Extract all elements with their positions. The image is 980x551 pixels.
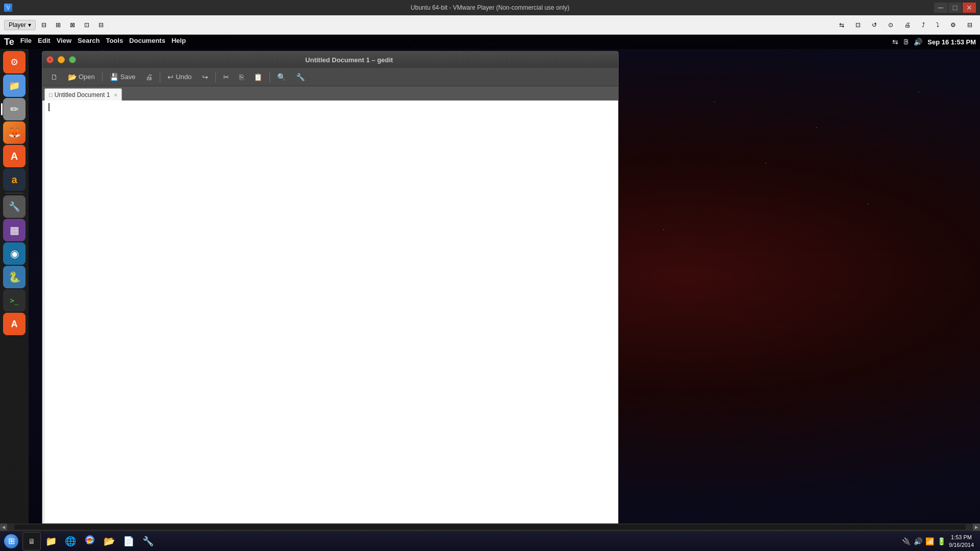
- vmware-tool-right8[interactable]: ⚙: [947, 18, 960, 32]
- menu-item-documents[interactable]: Documents: [129, 37, 165, 47]
- gedit-paste-button[interactable]: 📋: [250, 70, 266, 84]
- menu-item-tools[interactable]: Tools: [106, 37, 123, 47]
- vmware-tool-right7[interactable]: ⤵: [933, 18, 943, 32]
- copy-icon: ⎘: [239, 73, 243, 81]
- gedit-copy-button[interactable]: ⎘: [235, 70, 248, 84]
- vmware-player-dropdown[interactable]: Player ▾: [4, 20, 36, 30]
- terminal-icon: >_: [10, 296, 19, 305]
- explorer-icon: 📁: [45, 536, 57, 547]
- gedit-print-button[interactable]: 🖨: [141, 70, 157, 84]
- amazon-icon: a: [11, 174, 17, 186]
- gedit-cut-button[interactable]: ✂: [219, 70, 233, 84]
- scrollbar-right-button[interactable]: ▶: [973, 523, 980, 531]
- vmware-minimize-button[interactable]: ─: [934, 3, 947, 13]
- vmware-tool-right1[interactable]: ⇆: [836, 18, 848, 32]
- gedit-open-button[interactable]: 📂 Open: [64, 70, 99, 84]
- gedit-minimize-button[interactable]: [58, 56, 65, 63]
- bluetooth-icon[interactable]: 𝔹: [903, 38, 909, 46]
- vmware-tool-icon5[interactable]: ⊟: [95, 18, 107, 32]
- vmware-tool-right6[interactable]: ⤴: [918, 18, 928, 32]
- menu-item-file[interactable]: File: [20, 37, 32, 47]
- taskbar-browser-icon[interactable]: 🌐: [61, 532, 80, 550]
- taskbar-chrome-icon[interactable]: [81, 532, 99, 550]
- vmware-tool-right3[interactable]: ↺: [868, 18, 880, 32]
- taskbar-app-icon[interactable]: 🔧: [139, 532, 157, 550]
- menu-item-te[interactable]: Te: [4, 37, 14, 47]
- launcher-icon-firefox[interactable]: 🦊: [3, 121, 26, 144]
- scrollbar-track[interactable]: [14, 524, 966, 530]
- vmware-toolbar: Player ▾ ⊟ ⊞ ⊠ ⊡ ⊟ ⇆ ⊡ ↺ ⊙ 🖨 ⤴ ⤵ ⚙ ⊟: [0, 15, 980, 35]
- vmware-tool-right5[interactable]: 🖨: [901, 18, 914, 32]
- gedit-close-button[interactable]: ×: [46, 56, 54, 63]
- gedit-tab-1[interactable]: □ Untitled Document 1 ×: [44, 88, 122, 101]
- launcher-icon-python[interactable]: 🐍: [3, 266, 26, 288]
- vmware-close-button[interactable]: ✕: [963, 3, 976, 13]
- gedit-find-button[interactable]: 🔍: [273, 70, 290, 84]
- launcher-icon-terminal[interactable]: >_: [3, 289, 26, 312]
- vmware-tool-icon3[interactable]: ⊠: [66, 18, 79, 32]
- gedit-tabbar: □ Untitled Document 1 ×: [42, 86, 618, 101]
- tray-volume-icon[interactable]: 🔊: [914, 537, 922, 545]
- gedit-new-button[interactable]: 🗋: [46, 70, 62, 84]
- tray-signal-icon[interactable]: 📶: [925, 537, 934, 545]
- ubuntu-datetime[interactable]: Sep 16 1:53 PM: [927, 38, 976, 46]
- vmware-restore-button[interactable]: □: [948, 3, 962, 13]
- menu-item-edit[interactable]: Edit: [38, 37, 51, 47]
- desktop: V Ubuntu 64-bit - VMware Player (Non-com…: [0, 0, 980, 551]
- vmware-window-controls: ─ □ ✕: [934, 3, 976, 13]
- start-button[interactable]: ⊞: [2, 532, 20, 550]
- gedit-maximize-button[interactable]: [69, 56, 76, 63]
- launcher-divider: [5, 193, 23, 193]
- tab-close-button[interactable]: ×: [114, 92, 117, 98]
- vmware-tool-icon2[interactable]: ⊞: [52, 18, 64, 32]
- system-settings-icon: ⚙: [10, 57, 18, 68]
- launcher-icon-software-center[interactable]: A: [3, 145, 26, 167]
- taskbar-acrobat-icon[interactable]: 📄: [119, 532, 138, 550]
- launcher-icon-updater[interactable]: A: [3, 313, 26, 335]
- launcher-icon-system-settings[interactable]: ⚙: [3, 51, 26, 73]
- taskbar-time: 1:53 PM: [951, 534, 972, 541]
- taskbar-folder-icon[interactable]: 📂: [100, 532, 118, 550]
- menu-item-help[interactable]: Help: [172, 37, 186, 47]
- toolbar-separator-4: [270, 72, 270, 82]
- files-icon: 📁: [9, 80, 20, 91]
- ubuntu-panel-left: Te File Edit View Search Tools Documents…: [4, 37, 186, 47]
- cmd-icon: 🖥: [28, 537, 35, 545]
- gedit-replace-button[interactable]: 🔧: [292, 70, 309, 84]
- gedit-redo-button[interactable]: ↪: [198, 70, 212, 84]
- tray-network-icon[interactable]: 🔌: [902, 537, 911, 545]
- vmware-tool-right4[interactable]: ⊙: [885, 18, 897, 32]
- launcher-icon-text-editor[interactable]: ✏: [3, 98, 26, 120]
- taskbar-clock[interactable]: 1:53 PM 9/16/2014: [949, 534, 974, 548]
- windows-taskbar: ⊞ 🖥 📁 🌐: [0, 531, 980, 551]
- launcher-icon-config[interactable]: 🔧: [3, 195, 26, 218]
- updater-icon: A: [11, 319, 18, 330]
- save-icon: 💾: [110, 73, 118, 81]
- taskbar-quick-launch: 🖥 📁 🌐: [22, 532, 157, 550]
- tray-battery-icon[interactable]: 🔋: [937, 537, 946, 545]
- launcher-icon-files[interactable]: 📁: [3, 74, 26, 97]
- taskbar-explorer-icon[interactable]: 📁: [42, 532, 60, 550]
- gedit-editor[interactable]: [44, 101, 618, 535]
- vmware-tool-icon4[interactable]: ⊡: [81, 18, 93, 32]
- sync-icon[interactable]: ⇆: [892, 38, 898, 46]
- scrollbar-left-button[interactable]: ◀: [0, 523, 7, 531]
- editor-cursor: [48, 103, 50, 111]
- volume-icon[interactable]: 🔊: [914, 38, 922, 46]
- gedit-save-button[interactable]: 💾 Save: [106, 70, 140, 84]
- vmware-tool-right9[interactable]: ⊟: [964, 18, 976, 32]
- launcher-icon-workspaces[interactable]: ▦: [3, 219, 26, 241]
- vmware-tool-right2[interactable]: ⊡: [852, 18, 864, 32]
- menu-item-search[interactable]: Search: [78, 37, 100, 47]
- launcher-icon-unity[interactable]: ◉: [3, 242, 26, 265]
- ubuntu-menu: Te File Edit View Search Tools Documents…: [4, 37, 186, 47]
- vmware-title-text: Ubuntu 64-bit - VMware Player (Non-comme…: [411, 4, 570, 11]
- software-center-icon: A: [11, 151, 18, 162]
- acrobat-icon: 📄: [123, 536, 134, 547]
- launcher-icon-amazon[interactable]: a: [3, 168, 26, 191]
- windows-logo: ⊞: [8, 536, 15, 546]
- taskbar-cmd-icon[interactable]: 🖥: [22, 532, 41, 550]
- gedit-undo-button[interactable]: ↩ Undo: [163, 70, 195, 84]
- vmware-tool-icon1[interactable]: ⊟: [38, 18, 50, 32]
- menu-item-view[interactable]: View: [57, 37, 71, 47]
